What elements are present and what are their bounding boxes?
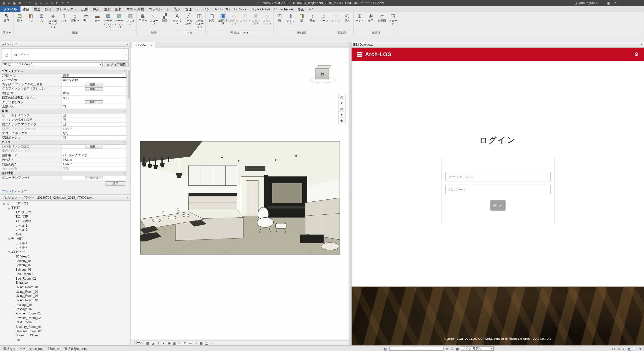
model-text-button[interactable]: A立体 文字 xyxy=(172,13,183,30)
tree-item[interactable]: Powder_Room_02 xyxy=(0,316,130,320)
sync-icon[interactable]: ↻ xyxy=(18,1,22,5)
shaft-opening-button[interactable]: ▮シャフト xyxy=(285,13,296,30)
tree-item[interactable]: Entrance xyxy=(0,281,130,285)
modify-button[interactable]: ↖修正 xyxy=(1,13,13,30)
checkbox[interactable]: ✓ xyxy=(63,119,65,121)
temporary-hide-isolate-icon[interactable]: ∞ xyxy=(188,341,193,345)
tree-item[interactable]: Balcony_02 xyxy=(0,263,130,267)
drag-on-selection-icon[interactable]: ⊞ xyxy=(633,346,637,350)
undo-icon[interactable]: ↶ xyxy=(23,1,27,5)
zoom-menu-icon[interactable]: ▾ xyxy=(338,112,345,118)
qat-dropdown-icon[interactable]: ▾ xyxy=(66,1,70,5)
reference-plane-button[interactable]: ▱参照面 xyxy=(376,13,387,30)
curtain-system-button[interactable]: ▦カーテン システム xyxy=(103,13,114,30)
property-value[interactable] xyxy=(62,136,127,140)
property-value[interactable]: 6381.2 xyxy=(62,127,127,131)
property-value[interactable]: ✓ xyxy=(62,118,127,122)
tree-item[interactable]: Sanitary_Room_01 xyxy=(0,325,130,329)
select-underlay-icon[interactable]: ▱ xyxy=(617,346,621,350)
print-icon[interactable]: ▤ xyxy=(34,1,38,5)
property-value[interactable]: 明示 xyxy=(62,167,127,171)
property-value[interactable]: 建築 xyxy=(62,91,127,95)
set-workplane-button[interactable]: ⊞セット xyxy=(354,13,365,30)
show-constraints-icon[interactable]: ⊥ xyxy=(210,341,214,345)
search-icon[interactable] xyxy=(574,2,577,5)
user-account-menu[interactable]: yuta.taguchiN...▾ xyxy=(579,1,604,5)
scale-button[interactable]: パース xyxy=(132,341,145,345)
tree-item[interactable]: T.O. 基礎 xyxy=(0,215,130,219)
door-button[interactable]: ◧ドア xyxy=(25,13,36,30)
tree-item[interactable]: Bed_Room_02 xyxy=(0,276,130,280)
tree-item[interactable]: T.O. 基礎壁 xyxy=(0,219,130,223)
drawing-canvas[interactable]: 右 ◎▾⊕▾◈ xyxy=(131,48,349,340)
tree-item[interactable]: ⊟3D ビュー xyxy=(0,250,130,254)
collapse-icon[interactable]: ∧ xyxy=(123,172,125,174)
edit-button[interactable]: 編集... xyxy=(85,145,103,148)
tree-item[interactable]: Sanitary_Room_02 xyxy=(0,329,130,333)
tree-item[interactable]: Passage_02 xyxy=(0,307,130,311)
tree-item[interactable]: レベル 1 xyxy=(0,223,130,228)
railing-button[interactable]: ≣手摺 ▾ xyxy=(137,13,148,30)
panel-splitter[interactable]: ⋮ xyxy=(349,42,351,345)
tree-item[interactable]: Powder_Room_01 xyxy=(0,311,130,316)
temporary-view-properties-icon[interactable]: ▦ xyxy=(199,341,204,345)
property-value[interactable]: 1633.0 xyxy=(62,158,127,162)
view-selector[interactable]: 3D ビュー: 3D View 1 ▾ xyxy=(2,62,103,67)
property-value[interactable]: <なし> xyxy=(62,176,127,180)
design-options-icon[interactable]: ▣ xyxy=(455,346,459,350)
checkbox[interactable] xyxy=(63,136,65,139)
tree-item[interactable]: Living_Room_04 xyxy=(0,298,130,302)
property-value[interactable]: 編集... xyxy=(62,144,127,149)
tree-item[interactable]: Bed_Room_01 xyxy=(0,272,130,276)
tree-item[interactable]: ⊟天井伏図 xyxy=(0,237,130,241)
tree-item[interactable]: Living_Room_02 xyxy=(0,289,130,294)
menu-tab-rhino-inside[interactable]: Rhino.Inside xyxy=(272,6,295,12)
model-group-button[interactable]: ◫モデル グループ ▾ xyxy=(194,13,205,30)
close-icon[interactable]: × xyxy=(639,43,642,46)
editable-only-icon[interactable]: ∞ xyxy=(445,346,449,350)
minimize-button[interactable]: — xyxy=(619,1,625,5)
menu-tab-manage[interactable]: 管理 xyxy=(183,6,194,12)
expand-icon[interactable]: ⊟ xyxy=(7,237,10,240)
ribbon-display-toggle[interactable]: ▭ ▾ xyxy=(307,6,316,12)
close-icon[interactable]: × xyxy=(125,43,128,46)
menu-tab-view[interactable]: 表示 xyxy=(172,6,183,12)
viewer-button[interactable]: ◲ビューア xyxy=(387,13,398,30)
tree-item[interactable]: ⊟平面図 xyxy=(0,206,130,210)
tree-item[interactable]: Passage_01 xyxy=(0,303,130,307)
viewcube[interactable]: 右 xyxy=(314,65,333,84)
tree-item[interactable]: Shoes_in_Closet xyxy=(0,333,130,338)
tree-item[interactable]: 外構 xyxy=(0,232,130,237)
pan-icon[interactable]: ◈ xyxy=(338,118,345,123)
property-value[interactable]: 編集... xyxy=(62,87,127,91)
navigation-wheel-icon[interactable]: ◎ xyxy=(338,95,345,100)
model-line-button[interactable]: ╱モデル 線分 xyxy=(183,13,194,30)
component-button[interactable]: ◈コンポーネント ▾ xyxy=(47,13,58,30)
section-icon[interactable]: ⊘ xyxy=(55,1,60,5)
roof-button[interactable]: ⌂屋根 ▾ xyxy=(70,13,81,30)
room-separator-button[interactable]: ▣部屋 境界 xyxy=(217,13,228,30)
zoom-icon[interactable]: ⊕ xyxy=(338,106,345,112)
menu-tab-massing-site[interactable]: マス & 外構 xyxy=(124,6,146,12)
column-button[interactable]: ▯柱 ▾ xyxy=(58,13,70,30)
property-value[interactable] xyxy=(62,122,127,126)
properties-help-link[interactable]: プロパティ ヘルプ xyxy=(2,190,27,193)
tree-item[interactable]: Balcony_01 xyxy=(0,259,130,263)
menu-tab-diroots[interactable]: DiRoots xyxy=(232,6,248,12)
active-workset-input[interactable] xyxy=(389,346,444,350)
expand-icon[interactable]: ⊟ xyxy=(7,251,10,253)
viewcube-top-face[interactable] xyxy=(316,65,331,68)
mullion-button[interactable]: ▥マリオン xyxy=(125,13,136,30)
reveal-hidden-icon[interactable]: ☼ xyxy=(193,341,198,345)
property-value[interactable] xyxy=(62,105,127,109)
email-field[interactable] xyxy=(445,172,551,182)
tree-item[interactable]: レベル 2 xyxy=(0,228,130,232)
checkbox[interactable]: ✓ xyxy=(63,114,65,117)
show-workplane-button[interactable]: ◉表示 xyxy=(365,13,376,30)
property-value[interactable]: パースペクティブ xyxy=(62,154,127,158)
window-button[interactable]: ⊞窓 xyxy=(36,13,47,30)
property-value[interactable]: 1749.7 xyxy=(62,162,127,166)
edit-button[interactable]: 編集... xyxy=(85,87,103,91)
edit-button[interactable]: 編集... xyxy=(85,100,103,104)
property-section-header[interactable]: 識別情報∧ xyxy=(0,171,126,176)
